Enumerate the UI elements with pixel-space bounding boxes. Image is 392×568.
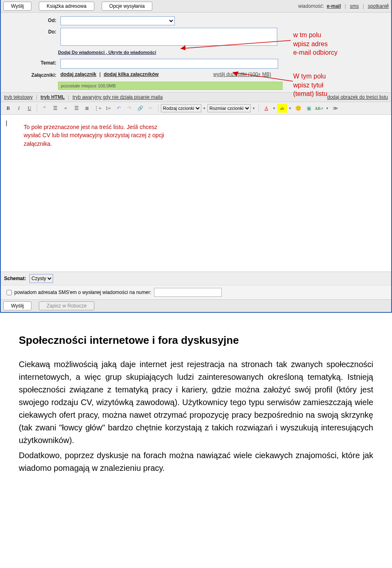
to-field[interactable] — [60, 28, 277, 46]
align-center-button[interactable]: ≡ — [61, 104, 71, 113]
top-toolbar: Wyślij Książka adresowa Opcje wysyłania … — [1, 0, 391, 13]
highlight-button[interactable]: ab — [277, 104, 287, 113]
annotation-to-field: w tm polu wpisz adres e-mail odbiorcy — [293, 31, 337, 57]
attachment-links: dodaj załącznik | dodaj kilka załącznikó… — [60, 71, 389, 77]
more-button[interactable]: ≫ — [330, 104, 340, 113]
sms-notify-checkbox[interactable] — [7, 290, 12, 295]
bullet-list-button[interactable]: ⋮≡ — [93, 104, 102, 113]
align-right-button[interactable]: ☰ — [71, 104, 81, 113]
underline-button[interactable]: U — [24, 104, 34, 113]
undo-button[interactable]: ↶ — [114, 104, 124, 113]
type-sms[interactable]: sms — [350, 3, 359, 9]
type-email[interactable]: e-mail — [327, 3, 341, 9]
chevron-down-icon[interactable]: ▾ — [325, 106, 330, 110]
link-button[interactable]: 🔗 — [135, 104, 145, 113]
editor-body[interactable]: | To pole przeznaczone jest na treść lis… — [1, 115, 391, 272]
add-attachment-link[interactable]: dodaj załącznik — [60, 71, 96, 77]
italic-button[interactable]: I — [14, 104, 24, 113]
mode-emergency-link[interactable]: tryb awaryjny gdy nie działa pisanie mai… — [73, 94, 163, 100]
mode-bar: tryb tekstowy | tryb HTML | tryb awaryjn… — [1, 92, 391, 102]
message-label: wiadomość: — [298, 3, 324, 9]
storage-bar: pozostałe miejsce 100.0MB — [58, 82, 283, 90]
article-paragraph-1: Ciekawą możliwością jaką daje internet j… — [19, 358, 373, 447]
article: Społeczności internetowe i fora dyskusyj… — [0, 313, 392, 494]
align-left-button[interactable]: ☰ — [50, 104, 60, 113]
number-list-button[interactable]: 1≡ — [103, 104, 113, 113]
addressbook-button[interactable]: Książka adresowa — [39, 2, 94, 11]
add-cc-bcc-link[interactable]: Dodaj Do wiadomości , Ukryte do wiadomoś… — [58, 50, 156, 55]
send-button-bottom[interactable]: Wyślij — [3, 301, 31, 310]
chevron-down-icon[interactable]: ▾ — [252, 106, 256, 110]
from-select[interactable] — [60, 16, 175, 25]
subject-field[interactable] — [60, 59, 278, 69]
bottom-toolbar: Wyślij Zapisz w Robocze — [1, 299, 391, 312]
message-type-switch: wiadomość: e-mail | sms | spotkanie — [298, 3, 389, 9]
redo-button[interactable]: ↷ — [125, 104, 134, 113]
add-image-to-body-link[interactable]: dodaj obrazek do treści listu — [327, 94, 388, 100]
chevron-down-icon[interactable]: ▾ — [272, 106, 276, 110]
image-button[interactable]: ▣ — [304, 104, 314, 113]
editor-toolbar: B I U “ ☰ ≡ ☰ ≣ ⋮≡ 1≡ ↶ ↷ 🔗 ✂ Rodzaj czc… — [1, 102, 391, 115]
emoji-button[interactable]: 🙂 — [293, 104, 303, 113]
save-draft-button[interactable]: Zapisz w Robocze — [39, 301, 94, 310]
article-heading: Społeczności internetowe i fora dyskusyj… — [19, 334, 373, 347]
subject-label: Temat: — [3, 59, 60, 66]
mode-text-link[interactable]: tryb tekstowy — [4, 94, 33, 100]
type-meeting[interactable]: spotkanie — [368, 3, 389, 9]
chevron-down-icon[interactable]: ▾ — [288, 106, 292, 110]
article-paragraph-2: Dodatkowo, poprzez dyskusje na forach mo… — [19, 449, 373, 474]
send-button[interactable]: Wyślij — [3, 2, 31, 11]
font-size-select[interactable]: Rozmiar czcionki — [207, 104, 251, 112]
sms-row: powiadom adresata SMS'em o wysłanej wiad… — [1, 285, 391, 299]
chevron-down-icon[interactable]: ▾ — [202, 106, 207, 110]
align-justify-button[interactable]: ≣ — [82, 104, 92, 113]
schemat-select[interactable]: Czysty — [29, 274, 53, 283]
send-options-button[interactable]: Opcje wysyłania — [102, 2, 153, 11]
send-big-files-link[interactable]: wyślij duże pliki (100+ MB) — [213, 71, 271, 77]
mode-html-link[interactable]: tryb HTML — [40, 94, 65, 100]
annotation-subject-field: W tym polu wpisz tytuł (temat) listu — [293, 72, 327, 98]
attachments-label: Załączniki: — [3, 71, 60, 78]
schemat-label: Schemat: — [4, 276, 26, 281]
bold-button[interactable]: B — [3, 104, 13, 113]
quote-button[interactable]: “ — [40, 104, 49, 113]
form-area: Od: Do: Dodaj Do wiadomości , Ukryte do … — [1, 13, 391, 92]
text-cursor-icon: | — [6, 120, 7, 126]
sms-notify-label: powiadom adresata SMS'em o wysłanej wiad… — [14, 290, 151, 295]
scroll-up-icon[interactable]: ▴ — [387, 2, 389, 6]
from-label: Od: — [3, 16, 60, 23]
sms-number-field[interactable] — [154, 288, 222, 297]
to-label: Do: — [3, 28, 60, 35]
editor-hint-annotation: To pole przeznaczone jest na treść listu… — [24, 123, 175, 148]
unlink-button[interactable]: ✂ — [146, 104, 156, 113]
text-color-button[interactable]: A — [261, 104, 271, 113]
add-many-attachments-link[interactable]: dodaj kilka załączników — [104, 71, 159, 77]
schemat-row: Schemat: Czysty — [1, 272, 391, 285]
spellcheck-button[interactable]: AB✓ — [314, 104, 324, 113]
font-family-select[interactable]: Rodzaj czcionki — [161, 104, 201, 112]
email-compose-app: Wyślij Książka adresowa Opcje wysyłania … — [0, 0, 392, 313]
